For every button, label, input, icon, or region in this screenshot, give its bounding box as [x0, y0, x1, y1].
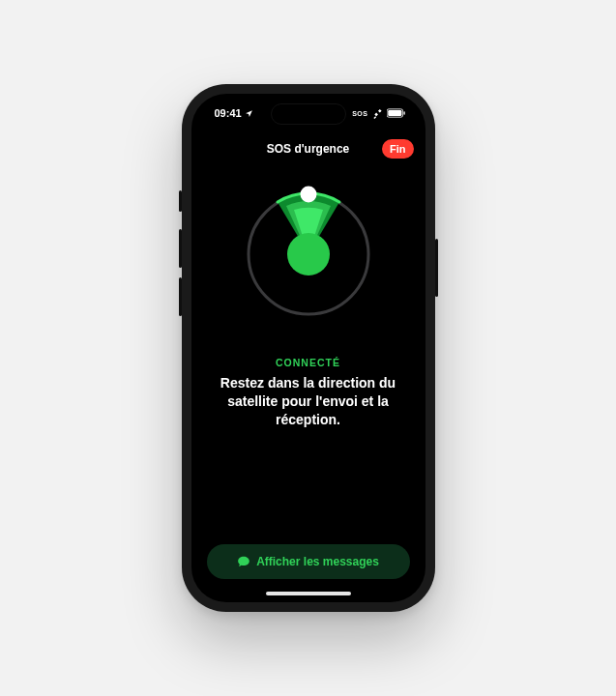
- svg-rect-2: [403, 111, 404, 114]
- location-icon: [245, 109, 253, 118]
- connection-status-label: CONNECTÉ: [276, 357, 340, 368]
- phone-screen: 09:41 SOS SOS d'urgence Fin: [191, 94, 425, 602]
- home-indicator[interactable]: [266, 592, 351, 595]
- end-button-label: Fin: [390, 143, 406, 155]
- show-messages-button[interactable]: Afficher les messages: [207, 544, 410, 579]
- svg-rect-1: [388, 110, 401, 116]
- svg-point-4: [287, 233, 330, 276]
- sos-indicator: SOS: [352, 110, 367, 117]
- satellite-direction-graphic: [231, 177, 386, 332]
- phone-side-button: [435, 239, 438, 297]
- battery-icon: [387, 108, 406, 118]
- dynamic-island: [271, 103, 346, 125]
- phone-side-button: [179, 277, 182, 316]
- nav-bar: SOS d'urgence Fin: [191, 132, 425, 165]
- show-messages-label: Afficher les messages: [256, 555, 379, 568]
- status-bar-right: SOS: [352, 108, 405, 119]
- chat-bubble-icon: [237, 555, 250, 568]
- phone-device-frame: 09:41 SOS SOS d'urgence Fin: [182, 84, 435, 612]
- phone-side-button: [179, 190, 182, 212]
- main-content: CONNECTÉ Restez dans la direction du sat…: [191, 165, 425, 544]
- status-time: 09:41: [215, 107, 242, 119]
- status-bar-left: 09:41: [215, 107, 253, 119]
- phone-side-button: [179, 229, 182, 268]
- satellite-icon: [372, 108, 383, 119]
- svg-point-5: [300, 187, 316, 203]
- end-button[interactable]: Fin: [382, 139, 414, 159]
- instruction-text: Restez dans la direction du satellite po…: [209, 374, 408, 429]
- page-title: SOS d'urgence: [267, 142, 350, 156]
